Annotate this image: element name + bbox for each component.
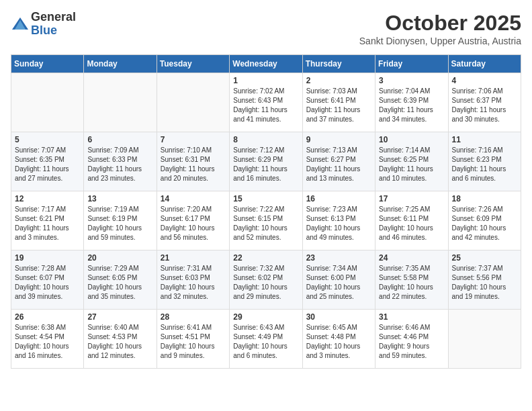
calendar-cell: 16Sunrise: 7:23 AM Sunset: 6:13 PM Dayli… [302,191,375,250]
calendar-cell: 13Sunrise: 7:19 AM Sunset: 6:19 PM Dayli… [84,191,157,250]
day-info: Sunrise: 7:29 AM Sunset: 6:05 PM Dayligh… [87,264,152,302]
calendar-cell: 23Sunrise: 7:34 AM Sunset: 6:00 PM Dayli… [302,250,375,310]
day-info: Sunrise: 7:34 AM Sunset: 6:00 PM Dayligh… [306,264,371,302]
calendar-cell: 22Sunrise: 7:32 AM Sunset: 6:02 PM Dayli… [230,250,302,310]
day-info: Sunrise: 7:35 AM Sunset: 5:58 PM Dayligh… [379,264,444,302]
logo-icon [11,15,30,34]
day-info: Sunrise: 7:22 AM Sunset: 6:15 PM Dayligh… [233,205,298,242]
day-number: 28 [161,312,226,322]
weekday-header-tuesday: Tuesday [157,55,229,73]
day-info: Sunrise: 7:31 AM Sunset: 6:03 PM Dayligh… [161,264,226,302]
calendar-cell: 7Sunrise: 7:10 AM Sunset: 6:31 PM Daylig… [157,132,229,191]
day-number: 25 [452,253,517,263]
day-number: 31 [379,312,444,322]
calendar-cell: 4Sunrise: 7:06 AM Sunset: 6:37 PM Daylig… [448,73,521,132]
day-info: Sunrise: 6:46 AM Sunset: 4:46 PM Dayligh… [379,323,444,361]
day-number: 22 [233,253,298,263]
day-info: Sunrise: 7:02 AM Sunset: 6:43 PM Dayligh… [233,87,298,124]
logo-text: General Blue [31,11,76,38]
logo-blue: Blue [31,24,76,38]
day-number: 29 [233,312,298,322]
day-info: Sunrise: 7:32 AM Sunset: 6:02 PM Dayligh… [233,264,298,302]
day-number: 1 [233,76,298,85]
day-info: Sunrise: 7:25 AM Sunset: 6:11 PM Dayligh… [379,205,444,242]
day-number: 18 [452,194,517,203]
calendar-cell: 3Sunrise: 7:04 AM Sunset: 6:39 PM Daylig… [375,73,448,132]
title-block: October 2025 Sankt Dionysen, Upper Austr… [359,11,521,46]
day-number: 3 [379,76,444,85]
day-info: Sunrise: 7:13 AM Sunset: 6:27 PM Dayligh… [306,146,371,183]
day-number: 11 [452,135,517,144]
calendar-cell: 11Sunrise: 7:16 AM Sunset: 6:23 PM Dayli… [448,132,521,191]
day-number: 12 [15,194,80,203]
day-info: Sunrise: 7:23 AM Sunset: 6:13 PM Dayligh… [306,205,371,242]
calendar-week-4: 19Sunrise: 7:28 AM Sunset: 6:07 PM Dayli… [11,250,521,310]
day-number: 19 [15,253,80,263]
logo: General Blue [11,11,76,38]
calendar-cell: 12Sunrise: 7:17 AM Sunset: 6:21 PM Dayli… [11,191,84,250]
calendar-cell: 8Sunrise: 7:12 AM Sunset: 6:29 PM Daylig… [230,132,302,191]
calendar-cell [11,73,84,132]
day-number: 24 [379,253,444,263]
calendar-week-5: 26Sunrise: 6:38 AM Sunset: 4:54 PM Dayli… [11,310,521,369]
day-info: Sunrise: 6:41 AM Sunset: 4:51 PM Dayligh… [161,323,226,361]
day-number: 26 [15,312,80,322]
day-number: 16 [306,194,371,203]
day-info: Sunrise: 6:43 AM Sunset: 4:49 PM Dayligh… [233,323,298,361]
calendar-cell: 2Sunrise: 7:03 AM Sunset: 6:41 PM Daylig… [302,73,375,132]
day-number: 21 [161,253,226,263]
day-number: 8 [233,135,298,144]
weekday-header-wednesday: Wednesday [230,55,302,73]
day-info: Sunrise: 7:28 AM Sunset: 6:07 PM Dayligh… [15,264,80,302]
day-info: Sunrise: 7:04 AM Sunset: 6:39 PM Dayligh… [379,87,444,124]
day-number: 5 [15,135,80,144]
calendar-cell: 30Sunrise: 6:45 AM Sunset: 4:48 PM Dayli… [302,310,375,369]
day-info: Sunrise: 7:07 AM Sunset: 6:35 PM Dayligh… [15,146,80,183]
logo-general: General [31,11,76,24]
calendar-cell: 5Sunrise: 7:07 AM Sunset: 6:35 PM Daylig… [11,132,84,191]
calendar-cell: 28Sunrise: 6:41 AM Sunset: 4:51 PM Dayli… [157,310,229,369]
calendar-week-3: 12Sunrise: 7:17 AM Sunset: 6:21 PM Dayli… [11,191,521,250]
day-info: Sunrise: 7:17 AM Sunset: 6:21 PM Dayligh… [15,205,80,242]
calendar-cell: 27Sunrise: 6:40 AM Sunset: 4:53 PM Dayli… [84,310,157,369]
day-info: Sunrise: 6:40 AM Sunset: 4:53 PM Dayligh… [87,323,152,361]
day-info: Sunrise: 6:45 AM Sunset: 4:48 PM Dayligh… [306,323,371,361]
day-info: Sunrise: 6:38 AM Sunset: 4:54 PM Dayligh… [15,323,80,361]
calendar-cell: 25Sunrise: 7:37 AM Sunset: 5:56 PM Dayli… [448,250,521,310]
day-number: 27 [87,312,152,322]
day-info: Sunrise: 7:37 AM Sunset: 5:56 PM Dayligh… [452,264,517,302]
day-info: Sunrise: 7:12 AM Sunset: 6:29 PM Dayligh… [233,146,298,183]
location: Sankt Dionysen, Upper Austria, Austria [359,36,521,46]
calendar-cell: 1Sunrise: 7:02 AM Sunset: 6:43 PM Daylig… [230,73,302,132]
calendar-cell: 17Sunrise: 7:25 AM Sunset: 6:11 PM Dayli… [375,191,448,250]
day-info: Sunrise: 7:26 AM Sunset: 6:09 PM Dayligh… [452,205,517,242]
day-number: 17 [379,194,444,203]
weekday-header-sunday: Sunday [11,55,84,73]
day-number: 9 [306,135,371,144]
weekday-header-row: SundayMondayTuesdayWednesdayThursdayFrid… [11,55,521,73]
day-info: Sunrise: 7:10 AM Sunset: 6:31 PM Dayligh… [161,146,226,183]
day-number: 7 [161,135,226,144]
day-number: 20 [87,253,152,263]
calendar-cell: 24Sunrise: 7:35 AM Sunset: 5:58 PM Dayli… [375,250,448,310]
weekday-header-saturday: Saturday [448,55,521,73]
weekday-header-friday: Friday [375,55,448,73]
day-number: 15 [233,194,298,203]
calendar-cell: 19Sunrise: 7:28 AM Sunset: 6:07 PM Dayli… [11,250,84,310]
day-number: 30 [306,312,371,322]
calendar-cell: 6Sunrise: 7:09 AM Sunset: 6:33 PM Daylig… [84,132,157,191]
calendar-cell: 18Sunrise: 7:26 AM Sunset: 6:09 PM Dayli… [448,191,521,250]
calendar-cell: 26Sunrise: 6:38 AM Sunset: 4:54 PM Dayli… [11,310,84,369]
calendar-cell [157,73,229,132]
calendar-cell: 21Sunrise: 7:31 AM Sunset: 6:03 PM Dayli… [157,250,229,310]
day-info: Sunrise: 7:03 AM Sunset: 6:41 PM Dayligh… [306,87,371,124]
day-info: Sunrise: 7:14 AM Sunset: 6:25 PM Dayligh… [379,146,444,183]
day-info: Sunrise: 7:09 AM Sunset: 6:33 PM Dayligh… [87,146,152,183]
weekday-header-thursday: Thursday [302,55,375,73]
page-header: General Blue October 2025 Sankt Dionysen… [11,11,521,46]
calendar-table: SundayMondayTuesdayWednesdayThursdayFrid… [11,54,521,369]
calendar-cell: 10Sunrise: 7:14 AM Sunset: 6:25 PM Dayli… [375,132,448,191]
calendar-cell [84,73,157,132]
day-number: 2 [306,76,371,85]
calendar-cell: 29Sunrise: 6:43 AM Sunset: 4:49 PM Dayli… [230,310,302,369]
